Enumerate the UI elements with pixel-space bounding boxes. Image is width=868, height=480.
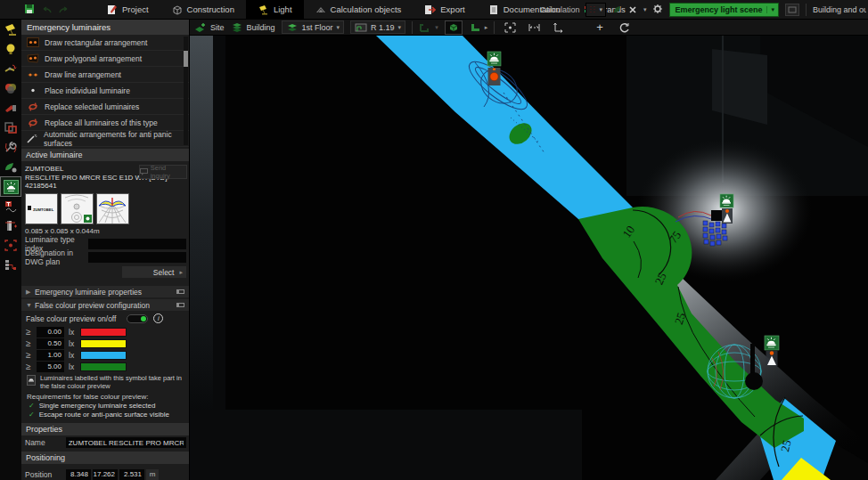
position-z-input[interactable]	[119, 469, 144, 480]
measure-distance-icon[interactable]	[525, 20, 543, 35]
tool-replace-selected[interactable]: Replace selected luminaires	[21, 99, 189, 115]
threshold-input[interactable]	[37, 338, 64, 349]
luminaire-logo-thumbnail[interactable]: ZUMTOBEL	[25, 193, 58, 224]
magic-wand-icon	[26, 134, 38, 144]
threshold-input[interactable]	[37, 362, 64, 372]
emergency-luminaire-symbol[interactable]	[720, 194, 733, 224]
tab-light[interactable]: Light	[246, 0, 304, 20]
redo-icon[interactable]	[58, 2, 70, 18]
top-menu-bar: Project Construction Light Calculation o…	[0, 0, 868, 20]
send-inquiry-button[interactable]: Send inquiry	[139, 165, 187, 179]
tab-project[interactable]: Project	[95, 0, 160, 20]
tab-construction[interactable]: Construction	[160, 0, 246, 20]
autohide-pin-icon[interactable]	[176, 303, 184, 307]
left-mode-toolbar	[0, 20, 21, 480]
false-colour-note: Luminaires labelled with this symbol tak…	[21, 372, 189, 391]
tool-replace-all[interactable]: Replace all luminaires of this type	[21, 115, 189, 131]
zoom-to-selection-icon[interactable]	[501, 20, 519, 35]
scene-display-button[interactable]	[785, 4, 799, 16]
luminaires-tool-icon[interactable]	[1, 20, 20, 39]
cancel-icon[interactable]	[628, 2, 637, 18]
position-y-input[interactable]	[93, 469, 118, 480]
scheme-nodes-tool-icon[interactable]	[1, 256, 20, 274]
emergency-luminaire-symbol-selected[interactable]	[487, 52, 501, 85]
tool-automatic-arrangement[interactable]: Automatic arrangements for anti panic su…	[21, 131, 189, 147]
rectangular-arrangement-icon	[26, 37, 39, 47]
false-colour-row: ≥ lx	[21, 361, 189, 372]
cad-3d-viewport[interactable]: 10 75 25 25 25	[190, 36, 868, 480]
emergency-lighting-tool-icon[interactable]	[1, 177, 20, 196]
tools-scrollbar[interactable]	[184, 37, 188, 145]
requirements-title: Requirements for false colour preview:	[21, 391, 189, 401]
colour-swatch[interactable]	[80, 328, 127, 337]
room-selector[interactable]: R 1.19 ▾	[350, 20, 405, 34]
select-luminaire-button[interactable]: Select▸	[122, 266, 186, 278]
colour-swatch[interactable]	[80, 362, 127, 371]
view-3d-button[interactable]	[445, 20, 463, 35]
energy-leaf-icon[interactable]	[612, 2, 622, 18]
check-icon: ✓	[29, 402, 35, 410]
maintenance-tool-icon[interactable]	[1, 138, 20, 157]
luminaire-name-input[interactable]	[66, 437, 186, 448]
false-colour-row: ≥ lx	[21, 326, 189, 338]
divider	[494, 21, 495, 34]
luminaire-type-index-input[interactable]	[88, 239, 186, 249]
storey-view-button[interactable]: ▾	[419, 22, 438, 33]
save-icon[interactable]	[24, 2, 35, 18]
tool-draw-rectangular[interactable]: Draw rectangular arrangement	[21, 35, 189, 51]
coordinate-origin-icon[interactable]	[549, 20, 567, 35]
cancel-caret[interactable]: ▾	[643, 6, 647, 13]
article-number: 42185641	[25, 182, 168, 191]
dwg-designation-row: Designation in DWG plan	[25, 251, 186, 263]
polygonal-arrangement-icon	[26, 53, 39, 63]
start-calculation-button[interactable]: ▾	[585, 3, 606, 17]
refresh-view-button[interactable]	[615, 20, 633, 35]
building-button[interactable]: Building	[231, 22, 275, 33]
dwg-designation-input[interactable]	[88, 252, 186, 263]
joint-arm-tool-icon[interactable]	[1, 60, 20, 78]
false-colour-toggle[interactable]	[127, 314, 148, 323]
scene-canvas[interactable]: 10 75 25 25 25	[190, 36, 868, 480]
surfaces-tool-icon[interactable]	[1, 118, 20, 137]
colour-filter-tool-icon[interactable]	[1, 79, 20, 98]
threshold-input[interactable]	[37, 327, 64, 338]
energy-tool-icon[interactable]	[1, 158, 20, 176]
tab-export[interactable]: Export	[413, 0, 476, 20]
undo-icon[interactable]	[40, 2, 53, 18]
luminaire-pendant-rod	[750, 344, 755, 374]
tool-place-individual[interactable]: Place individual luminaire	[21, 83, 189, 99]
properties-header: Properties	[21, 423, 189, 435]
projector-tool-icon[interactable]	[1, 99, 20, 118]
emergency-properties-header[interactable]: ▶ Emergency luminaire properties	[21, 286, 189, 297]
threshold-input[interactable]	[37, 350, 64, 361]
photometric-diagram-thumbnail[interactable]	[96, 193, 129, 224]
position-x-input[interactable]	[66, 469, 91, 480]
lamps-tool-icon[interactable]	[1, 40, 20, 59]
luminaire-photo-thumbnail[interactable]	[61, 193, 94, 224]
scene-caret[interactable]: ▾	[766, 6, 778, 13]
view-toolbar: Site Building 1st Floor ▾ R 1.19 ▾ ▾ ▸ +	[190, 20, 868, 36]
emergency-luminaire-symbol[interactable]	[765, 336, 779, 366]
text-annotation-tool-icon[interactable]	[1, 197, 20, 216]
settings-gear-icon[interactable]	[652, 2, 663, 18]
light-scene-selector[interactable]: Emergency light scene ▾	[669, 3, 779, 17]
info-icon[interactable]: i	[153, 313, 163, 323]
floor-selector[interactable]: 1st Floor ▾	[282, 20, 345, 34]
colour-swatch[interactable]	[80, 351, 127, 360]
column-object-tool-icon[interactable]	[1, 216, 20, 235]
focus-selection-tool-icon[interactable]	[1, 236, 20, 255]
view-plan-button[interactable]: ▸	[469, 22, 488, 33]
false-colour-config-header[interactable]: ▼ False colour preview configuration	[21, 299, 189, 311]
tool-draw-polygonal[interactable]: Draw polygonal arrangement	[21, 51, 189, 67]
autohide-pin-icon[interactable]	[176, 289, 184, 294]
add-view-button[interactable]: +	[591, 20, 609, 35]
tab-calculation-objects[interactable]: Calculation objects	[304, 0, 414, 20]
calculation-caret[interactable]: ▾	[599, 6, 602, 13]
colour-swatch[interactable]	[80, 339, 127, 348]
positioning-header: Positioning	[21, 452, 189, 464]
scrollbar-thumb[interactable]	[184, 51, 188, 67]
planning-mode-selector[interactable]: Building and outdoor p	[813, 5, 866, 14]
tool-draw-line[interactable]: Draw line arrangement	[21, 67, 189, 83]
site-button[interactable]: Site	[194, 22, 225, 33]
false-colour-row: ≥ lx	[21, 338, 189, 349]
